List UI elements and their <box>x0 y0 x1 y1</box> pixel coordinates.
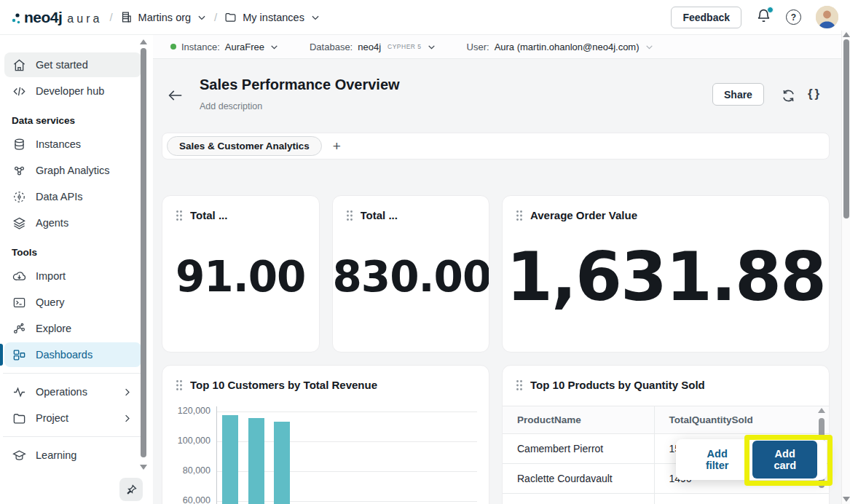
connection-bar: Instance: AuraFree Database: neo4j CYPHE… <box>153 35 850 59</box>
scroll-down-arrow[interactable] <box>140 465 147 470</box>
project-name: My instances <box>243 12 304 23</box>
drag-handle-icon[interactable] <box>176 210 183 221</box>
y-axis-tick-label: 120,000 <box>162 406 210 416</box>
layers-icon <box>12 216 26 230</box>
table-cell: Raclette Courdavault <box>503 464 654 494</box>
drag-handle-icon[interactable] <box>516 210 523 221</box>
add-filter-button[interactable]: Add filter <box>695 448 739 471</box>
bar[interactable] <box>248 418 264 504</box>
sidebar-item-data-apis[interactable]: Data APIs <box>4 184 141 209</box>
sidebar-item-label: Data APIs <box>36 191 82 202</box>
scrollbar-thumb[interactable] <box>843 39 849 218</box>
notifications-button[interactable] <box>756 8 771 26</box>
sidebar-item-label: Learning <box>36 449 76 461</box>
sidebar-item-import[interactable]: Import <box>4 264 141 288</box>
scroll-down-arrow[interactable] <box>843 497 850 502</box>
dashboard-actions-popover: Add filter Add card <box>676 439 827 480</box>
instance-selector[interactable]: Instance: AuraFree <box>170 42 279 52</box>
tab-sales-customer-analytics[interactable]: Sales & Customer Analytics <box>167 136 322 156</box>
database-icon <box>12 137 26 151</box>
drag-handle-icon[interactable] <box>346 210 353 221</box>
add-description[interactable]: Add description <box>200 101 262 111</box>
scroll-up-arrow[interactable] <box>140 39 147 44</box>
dashboard-content: Sales Performance Overview Add descripti… <box>153 59 850 504</box>
neo4j-logo-mark-icon <box>12 12 21 28</box>
user-selector[interactable]: User: Aura (martin.ohanlon@neo4j.com) <box>467 42 654 52</box>
app-window: neo4j aura / Martins org / My instances … <box>0 0 850 504</box>
table-title: Top 10 Products by Quantity Sold <box>530 379 705 391</box>
card-metric-2: Total ... 830.00 <box>332 195 490 353</box>
active-indicator <box>0 344 3 366</box>
home-icon <box>12 58 26 72</box>
drag-handle-icon[interactable] <box>516 379 523 391</box>
logo-text: neo4j <box>24 9 62 26</box>
divider <box>3 373 144 374</box>
sidebar-item-explore[interactable]: Explore <box>4 316 141 341</box>
sidebar-item-instances[interactable]: Instances <box>4 132 141 157</box>
avatar[interactable] <box>816 6 838 28</box>
card-average-order-value: Average Order Value 1,631.88 <box>502 195 830 353</box>
sidebar-item-label: Import <box>36 270 66 282</box>
code-view-button[interactable]: {} <box>808 87 822 101</box>
share-button[interactable]: Share <box>712 83 764 106</box>
tab-bar: Sales & Customer Analytics + <box>162 133 830 160</box>
sidebar-item-label: Get started <box>36 59 88 71</box>
sidebar-scrollbar[interactable] <box>140 36 147 503</box>
sidebar-item-project[interactable]: Project <box>4 406 141 430</box>
sidebar-item-operations[interactable]: Operations <box>4 379 141 404</box>
table-row: Gorgonzola Telino1397 <box>503 494 829 504</box>
scroll-up-arrow[interactable] <box>818 408 825 413</box>
folder-icon <box>12 411 26 425</box>
sidebar-item-graph-analytics[interactable]: Graph Analytics <box>4 158 141 183</box>
bar-chart: 120,000100,00080,00060,000 <box>162 366 489 504</box>
scrollbar-thumb[interactable] <box>141 48 146 457</box>
bar[interactable] <box>222 415 238 504</box>
help-button[interactable]: ? <box>786 9 801 25</box>
sidebar-item-label: Developer hub <box>36 85 104 97</box>
neo4j-aura-logo[interactable]: neo4j aura <box>12 9 102 26</box>
dashboards-icon <box>12 347 26 362</box>
instance-value: AuraFree <box>225 42 264 52</box>
add-tab-button[interactable]: + <box>333 139 341 153</box>
sidebar-item-get-started[interactable]: Get started <box>4 52 141 77</box>
column-header[interactable]: ProductName <box>503 406 654 434</box>
table-cell: 1397 <box>654 494 829 504</box>
sidebar-item-developer-hub[interactable]: Developer hub <box>4 79 141 103</box>
sidebar-section-data-services: Data services <box>0 105 153 132</box>
y-axis-tick-label: 60,000 <box>162 495 210 504</box>
dashboard-title[interactable]: Sales Performance Overview <box>200 76 400 93</box>
sidebar-item-agents[interactable]: Agents <box>4 210 141 235</box>
y-axis-tick-label: 100,000 <box>162 436 210 446</box>
sidebar-item-query[interactable]: Query <box>4 290 141 315</box>
bar[interactable] <box>274 422 290 504</box>
metric-value: 830.00 <box>333 252 489 302</box>
sidebar-item-dashboards[interactable]: Dashboards <box>4 342 141 367</box>
column-header[interactable]: TotalQuantitySold <box>654 406 829 434</box>
sidebar-item-label: Explore <box>36 323 71 334</box>
sidebar-item-learning[interactable]: Learning <box>4 443 141 468</box>
add-card-button[interactable]: Add card <box>752 441 817 479</box>
sidebar-item-label: Query <box>36 296 65 308</box>
database-selector[interactable]: Database: neo4j CYPHER 5 <box>310 42 436 52</box>
database-value: neo4j <box>358 42 381 52</box>
org-name: Martins org <box>138 12 192 23</box>
y-axis-line <box>216 406 217 504</box>
back-button[interactable] <box>168 89 183 105</box>
breadcrumb-project[interactable]: My instances <box>224 11 320 23</box>
sidebar-item-label: Agents <box>36 217 68 229</box>
breadcrumb-separator: / <box>109 11 112 23</box>
refresh-button[interactable] <box>781 88 796 106</box>
pin-icon <box>125 484 138 496</box>
card-bar-chart: Top 10 Customers by Total Revenue 120,00… <box>162 365 489 504</box>
window-scrollbar[interactable] <box>841 31 850 504</box>
metric-value: 1,631.88 <box>503 238 829 316</box>
table-cell: Gorgonzola Telino <box>503 494 654 504</box>
card-products-table: Top 10 Products by Quantity Sold Product… <box>502 365 830 504</box>
breadcrumb-org[interactable]: Martins org <box>120 11 208 23</box>
organization-icon <box>120 11 133 23</box>
feedback-button[interactable]: Feedback <box>671 7 741 28</box>
breadcrumb-separator: / <box>214 11 217 23</box>
scroll-up-arrow[interactable] <box>843 32 850 37</box>
sidebar-item-label: Project <box>36 412 68 424</box>
card-title: Total ... <box>190 209 227 221</box>
